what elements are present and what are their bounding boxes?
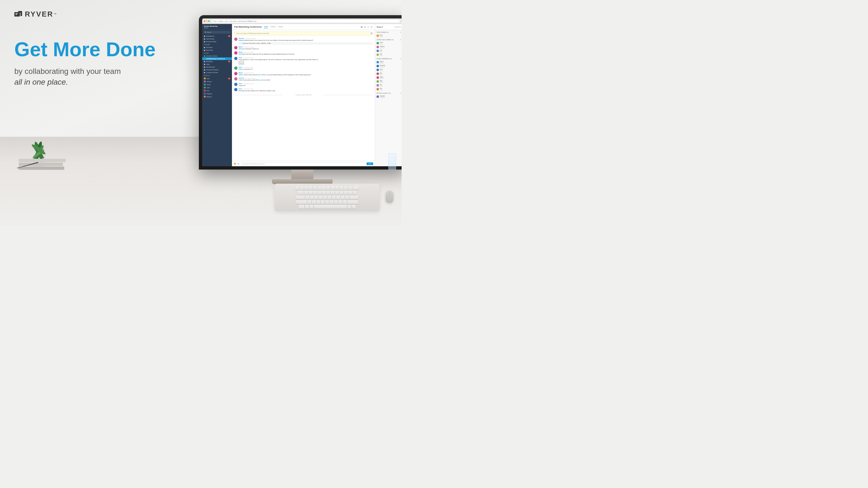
teams-section-label: TEAMS	[202, 52, 232, 55]
key-cmd-r	[347, 205, 351, 209]
sidebar-item-personal-tasks[interactable]: Personal Tasks	[202, 40, 232, 43]
address-bar: https://demou.ryver.com/index.html#teams…	[212, 20, 400, 23]
chat-input[interactable]: Message Fall Marketing Conference	[241, 162, 366, 165]
attachment-icon[interactable]: 📎	[237, 163, 240, 165]
sidebar-item-stephen[interactable]: Stephen	[202, 92, 232, 95]
roster-settings-icon[interactable]	[395, 26, 396, 28]
sidebar-item-johnston-homes[interactable]: Johnston Homes	[202, 55, 232, 57]
roster-member-ted: Ted @Ted	[376, 87, 401, 91]
sidebar-item-all-hands[interactable]: All Hands	[202, 46, 232, 49]
chat-tabs: CHAT TOPICS TASKS	[264, 25, 283, 28]
marketing-dot	[204, 61, 205, 62]
sidebar-item-melissa[interactable]: Melissa	[202, 95, 232, 98]
sidebar-item-david[interactable]: David	[202, 83, 232, 86]
sidebar-item-ken[interactable]: Ken	[202, 89, 232, 92]
emoji-icon[interactable]: 😊	[234, 163, 236, 165]
key	[323, 195, 327, 199]
message-john-1: John Thu Sep 6 at 1:50pm @Tony Great job…	[234, 66, 373, 71]
msg-author: Maria	[239, 72, 243, 74]
collapse-icon[interactable]: ▾	[400, 32, 401, 33]
key	[318, 195, 322, 199]
david-avatar	[204, 84, 206, 86]
start-here-label: Start Here	[206, 50, 213, 51]
notifications-dot	[204, 36, 205, 37]
sidebar-item-customer-service[interactable]: Customer Service	[202, 71, 232, 74]
roster-more-icon[interactable]	[399, 26, 401, 28]
svg-rect-2	[16, 13, 18, 14]
sidebar-item-townsend[interactable]: Townsend Exports	[202, 68, 232, 71]
roster-handle: @Kyle	[380, 36, 383, 37]
msg-meta: Jessica Thu Sep 6 at 1:40pm	[239, 37, 373, 39]
roster-dropdown[interactable]: Roster ▾	[377, 26, 383, 28]
tab-topics[interactable]: TOPICS	[270, 25, 276, 28]
sidebar-item-kyle[interactable]: Kyle 1	[202, 77, 232, 80]
marketing-badge: 1	[228, 61, 230, 62]
msg-meta: Tony Thu Sep 6 at 1:57pm	[239, 83, 373, 85]
key	[309, 186, 312, 190]
roster-member-info: David @David	[380, 61, 384, 64]
roster-member-info: Jessica @Jessica	[380, 45, 384, 48]
msg-meta: Jessica Thu Sep 6 at 1:56pm	[239, 77, 373, 79]
lee-roster-avatar	[376, 50, 379, 52]
sidebar-item-sales[interactable]: Sales	[202, 63, 232, 66]
more-options-icon[interactable]: ⋮	[367, 26, 369, 28]
search-bar[interactable]: 🔍 Search	[204, 31, 230, 34]
key	[310, 195, 314, 199]
message-body: Tony Thu Sep 6 at 1:45pm Hi all, attache…	[239, 57, 373, 65]
url-text: https://demou.ryver.com/index.html#teams…	[213, 21, 257, 22]
key	[321, 200, 324, 204]
message-tony-1: Tony Thu Sep 6 at 1:45pm Hi all, attache…	[234, 57, 373, 65]
sidebar-item-taskstream[interactable]: Task Stream	[202, 37, 232, 40]
sidebar-item-development[interactable]: Development	[202, 66, 232, 68]
roster-invited-guests: INVITED GUESTS (1) ▾ Stephen @Stephen	[375, 92, 402, 99]
sidebar-item-fall-marketing[interactable]: Fall Marketing Conference	[202, 57, 232, 60]
key	[331, 186, 335, 190]
key-ctrl-l	[299, 205, 305, 209]
sidebar-item-marketing[interactable]: Marketing 1	[202, 60, 232, 63]
collapse-icon[interactable]: ▾	[400, 58, 401, 60]
key	[322, 191, 326, 195]
jessica-msg-avatar	[234, 37, 238, 41]
people-icon[interactable]: 👥	[361, 26, 363, 28]
tab-chat[interactable]: CHAT	[264, 25, 268, 28]
msg-text: Hi all, attached is a copy of the update…	[239, 59, 373, 61]
logo-tm: ™	[54, 13, 57, 16]
key	[348, 191, 352, 195]
search-chat-icon[interactable]: 🔍	[364, 26, 366, 28]
attachment-icon: 📄	[240, 43, 241, 44]
msg-text: New logo has been added to the "Slidesho…	[239, 90, 373, 92]
mouse	[385, 191, 393, 203]
roster-panel: Roster ▾	[375, 24, 402, 166]
forums-section-label: FORUMS	[202, 43, 232, 46]
roster-add-icon[interactable]	[397, 26, 399, 28]
close-notice-btn[interactable]: ×	[370, 32, 373, 34]
jessica-avatar	[204, 80, 206, 83]
msg-text: @Jessica Awesome! Thank you!	[239, 48, 373, 50]
collapse-icon[interactable]: ▾	[400, 93, 401, 94]
attachment-name: Conference Promo Bio v1.0.docx	[242, 43, 260, 44]
send-button[interactable]: Send	[367, 162, 373, 165]
sidebar-item-notifications[interactable]: Notifications 8	[202, 35, 232, 37]
kyle-avatar	[204, 77, 206, 79]
monitor-outer: https://demou.ryver.com/index.html#teams…	[199, 15, 402, 169]
msg-text: And things have been going well. We are …	[239, 53, 373, 56]
logo-icon	[14, 10, 23, 18]
sidebar-item-start-here[interactable]: Start Here	[202, 49, 232, 52]
fall-marketing-dot	[204, 58, 205, 60]
expand-icon[interactable]: ⊞	[370, 26, 373, 28]
msg-meta: Maria Thu Sep 6 at 1:52pm	[239, 72, 373, 74]
msg-author: John	[239, 66, 242, 68]
jessica-label: Jessica	[207, 81, 212, 83]
sidebar-item-john[interactable]: John	[202, 86, 232, 89]
hero-subtitle: by collaborating with your team all in o…	[14, 66, 156, 88]
roster-member-jessica: Jessica @Jessica	[376, 45, 401, 49]
tab-tasks[interactable]: TASKS	[278, 25, 283, 28]
roster-member-nick: Nick @Nick	[376, 79, 401, 83]
roster-member-ken: Ken @Ken	[376, 72, 401, 75]
collapse-icon[interactable]: ▾	[400, 39, 401, 40]
sidebar-item-jessica[interactable]: Jessica	[202, 80, 232, 83]
johnston-homes-dot	[204, 56, 205, 57]
key-space	[314, 205, 347, 209]
msg-attachment: 📄 Conference Promo Bio v1.0.docx 9/6/201…	[239, 42, 373, 45]
key	[296, 186, 299, 190]
